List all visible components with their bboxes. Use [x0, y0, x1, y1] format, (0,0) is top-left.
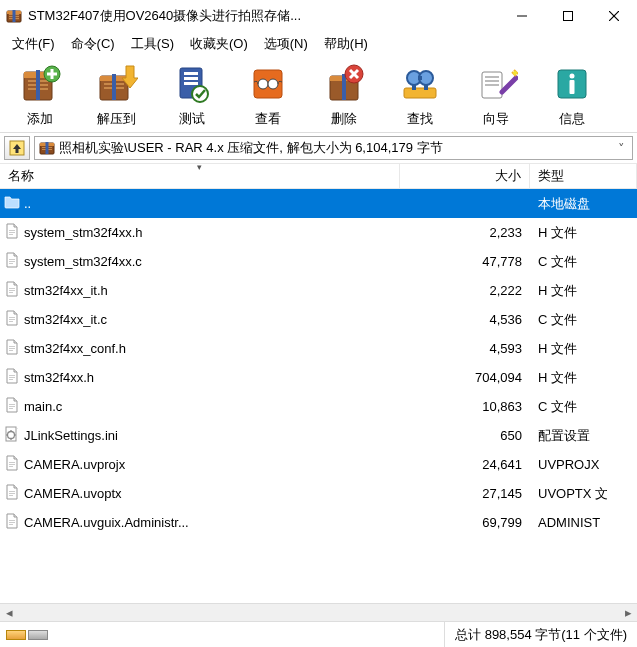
key-icon [28, 630, 48, 640]
scroll-left-button[interactable]: ◂ [0, 604, 18, 621]
extract-icon [94, 62, 138, 106]
file-row[interactable]: system_stm32f4xx.h2,233H 文件 [0, 218, 637, 247]
menu-help[interactable]: 帮助(H) [316, 32, 376, 56]
svg-rect-88 [9, 520, 15, 521]
file-icon [4, 513, 20, 532]
svg-point-30 [258, 79, 268, 89]
column-header-type[interactable]: 类型 [530, 164, 637, 188]
svg-rect-64 [9, 263, 13, 264]
file-name-cell: CAMERA.uvguix.Administr... [0, 513, 400, 532]
column-header-size[interactable]: 大小 [400, 164, 530, 188]
file-type-cell: H 文件 [530, 369, 637, 387]
file-type-cell: H 文件 [530, 340, 637, 358]
file-type-cell: H 文件 [530, 224, 637, 242]
file-row[interactable]: CAMERA.uvprojx24,641UVPROJX [0, 450, 637, 479]
file-icon [4, 252, 20, 271]
info-icon [550, 62, 594, 106]
up-folder-button[interactable] [4, 136, 30, 160]
file-size-cell: 27,145 [400, 486, 530, 501]
file-icon [4, 194, 20, 213]
svg-rect-66 [9, 290, 15, 291]
title-bar: STM32F407使用OV2640摄像头进行拍照存储... [0, 0, 637, 32]
view-icon [246, 62, 290, 106]
file-row[interactable]: stm32f4xx_conf.h4,593H 文件 [0, 334, 637, 363]
file-row[interactable]: main.c10,863C 文件 [0, 392, 637, 421]
menu-options[interactable]: 选项(N) [256, 32, 316, 56]
file-type-cell: H 文件 [530, 282, 637, 300]
toolbar: 添加 解压到 测试 [0, 56, 637, 133]
svg-rect-65 [9, 288, 15, 289]
file-icon [4, 397, 20, 416]
file-icon [4, 281, 20, 300]
file-type-cell: UVOPTX 文 [530, 485, 637, 503]
scroll-track[interactable] [18, 604, 619, 621]
column-header-name[interactable]: 名称 ▾ [0, 164, 400, 188]
svg-rect-90 [9, 524, 13, 525]
horizontal-scrollbar[interactable]: ◂ ▸ [0, 603, 637, 621]
svg-point-51 [570, 74, 575, 79]
file-type-cell: 本地磁盘 [530, 195, 637, 213]
file-row[interactable]: stm32f4xx_it.c4,536C 文件 [0, 305, 637, 334]
status-bar: 总计 898,554 字节(11 个文件) [0, 621, 637, 647]
address-dropdown-button[interactable]: ˅ [614, 141, 628, 156]
svg-rect-74 [9, 375, 15, 376]
toolbar-find-button[interactable]: 查找 [382, 60, 458, 130]
file-name-label: stm32f4xx.h [24, 370, 94, 385]
menu-favorites[interactable]: 收藏夹(O) [182, 32, 256, 56]
svg-rect-61 [9, 234, 13, 235]
svg-rect-86 [9, 493, 15, 494]
file-row[interactable]: stm32f4xx.h704,094H 文件 [0, 363, 637, 392]
file-name-label: main.c [24, 399, 62, 414]
file-name-cell: stm32f4xx.h [0, 368, 400, 387]
file-row[interactable]: ..本地磁盘 [0, 189, 637, 218]
scroll-right-button[interactable]: ▸ [619, 604, 637, 621]
file-type-cell: 配置设置 [530, 427, 637, 445]
toolbar-extract-button[interactable]: 解压到 [78, 60, 154, 130]
archive-icon [39, 140, 55, 156]
svg-rect-69 [9, 319, 15, 320]
file-name-label: system_stm32f4xx.c [24, 254, 142, 269]
svg-rect-76 [9, 379, 13, 380]
svg-rect-25 [184, 72, 198, 75]
file-list[interactable]: ..本地磁盘system_stm32f4xx.h2,233H 文件system_… [0, 189, 637, 603]
close-button[interactable] [591, 0, 637, 32]
menu-file[interactable]: 文件(F) [4, 32, 63, 56]
file-row[interactable]: stm32f4xx_it.h2,222H 文件 [0, 276, 637, 305]
toolbar-info-button[interactable]: 信息 [534, 60, 610, 130]
svg-rect-71 [9, 346, 15, 347]
maximize-button[interactable] [545, 0, 591, 32]
file-name-label: stm32f4xx_it.c [24, 312, 107, 327]
svg-rect-83 [9, 464, 15, 465]
svg-rect-42 [418, 76, 422, 80]
address-field[interactable]: 照相机实验\USER - RAR 4.x 压缩文件, 解包大小为 6,104,1… [34, 136, 633, 160]
file-row[interactable]: CAMERA.uvguix.Administr...69,799ADMINIST [0, 508, 637, 537]
toolbar-test-button[interactable]: 测试 [154, 60, 230, 130]
file-size-cell: 10,863 [400, 399, 530, 414]
menu-command[interactable]: 命令(C) [63, 32, 123, 56]
minimize-button[interactable] [499, 0, 545, 32]
column-label: 名称 [8, 167, 34, 185]
toolbar-add-button[interactable]: 添加 [2, 60, 78, 130]
toolbar-view-button[interactable]: 查看 [230, 60, 306, 130]
file-row[interactable]: JLinkSettings.ini650配置设置 [0, 421, 637, 450]
file-size-cell: 24,641 [400, 457, 530, 472]
address-text: 照相机实验\USER - RAR 4.x 压缩文件, 解包大小为 6,104,1… [59, 139, 610, 157]
svg-rect-75 [9, 377, 15, 378]
file-size-cell: 650 [400, 428, 530, 443]
svg-rect-60 [9, 232, 15, 233]
status-left [0, 630, 444, 640]
svg-rect-70 [9, 321, 13, 322]
toolbar-wizard-button[interactable]: 向导 [458, 60, 534, 130]
svg-rect-43 [412, 84, 416, 90]
file-row[interactable]: system_stm32f4xx.c47,778C 文件 [0, 247, 637, 276]
file-icon [4, 426, 20, 445]
column-label: 大小 [495, 167, 521, 185]
file-row[interactable]: CAMERA.uvoptx27,145UVOPTX 文 [0, 479, 637, 508]
menu-tools[interactable]: 工具(S) [123, 32, 182, 56]
svg-rect-87 [9, 495, 13, 496]
svg-rect-27 [184, 82, 198, 85]
file-icon [4, 484, 20, 503]
svg-rect-62 [9, 259, 15, 260]
file-name-cell: .. [0, 194, 400, 213]
toolbar-delete-button[interactable]: 删除 [306, 60, 382, 130]
